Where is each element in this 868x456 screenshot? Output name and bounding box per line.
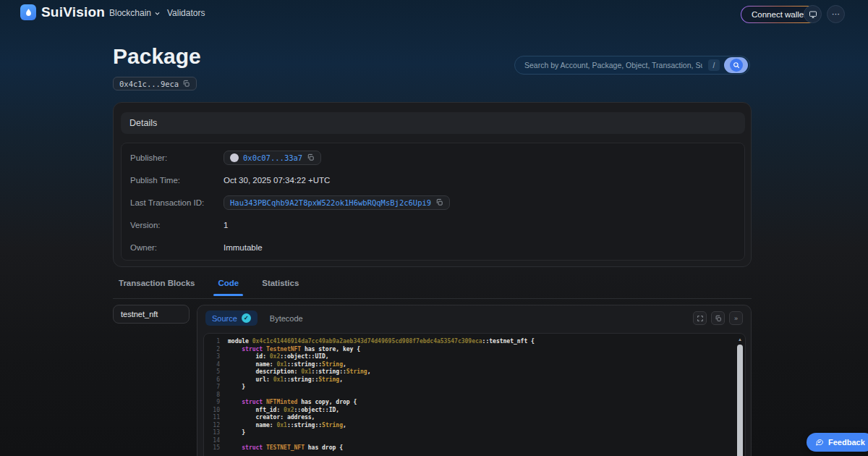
search-bar: /: [514, 56, 750, 75]
detail-row: Version:1: [130, 214, 736, 236]
detail-value: Oct 30, 2025 07:34:22 +UTC: [224, 176, 330, 185]
line-number: 14: [208, 437, 220, 445]
line-number: 10: [208, 407, 220, 415]
search-icon: [730, 59, 743, 72]
avatar: [230, 153, 239, 162]
code-line: 13 }: [208, 429, 745, 437]
chevron-down-icon: [154, 10, 161, 17]
detail-row: Owner:Immutable: [130, 236, 736, 258]
feedback-button[interactable]: Feedback: [807, 433, 868, 452]
search-button[interactable]: [724, 57, 748, 73]
details-rows: Publisher:0x0c07...33a7Publish Time:Oct …: [121, 143, 745, 261]
view-tab-bytecode[interactable]: Bytecode: [270, 314, 303, 323]
scrollbar-thumb[interactable]: [737, 345, 743, 456]
line-number: 8: [208, 392, 220, 400]
line-number: 3: [208, 353, 220, 361]
package-address-pill[interactable]: 0x4c1c...9eca: [113, 77, 197, 90]
address-link[interactable]: 0x0c07...33a7: [243, 153, 302, 162]
detail-label: Publish Time:: [130, 176, 224, 185]
code-panel: Source ✓ Bytecode » 1module 0x4c1c414469…: [197, 305, 752, 456]
detail-value: 1: [224, 221, 228, 229]
code-panel-actions: »: [693, 311, 743, 325]
line-number: 6: [208, 376, 220, 384]
expand-fullscreen-button[interactable]: [693, 311, 707, 325]
line-content: struct TestnetNFT has store, key {: [228, 346, 360, 354]
code-line: 5 description: 0x1::string::String,: [208, 368, 745, 376]
line-number: 5: [208, 368, 220, 376]
code-line: 3 id: 0x2::object::UID,: [208, 353, 745, 361]
address-link[interactable]: Hau343PBCqhb9A2T8pxW522ok1H6wbRQqMsBj2c6…: [230, 198, 431, 207]
line-content: module 0x4c1c41446914da7cc49ab9a2aeb343d…: [228, 338, 535, 346]
code-line: 15 struct TESTNET_NFT has drop {: [208, 444, 745, 452]
line-content: url: 0x1::string::String,: [228, 376, 343, 384]
code-line: 2 struct TestnetNFT has store, key {: [208, 346, 745, 354]
detail-label: Owner:: [130, 243, 224, 252]
line-content: struct TESTNET_NFT has drop {: [228, 444, 343, 452]
code-line: 4 name: 0x1::string::String,: [208, 361, 745, 369]
nav-validators[interactable]: Validators: [167, 8, 205, 18]
copy-icon[interactable]: [307, 153, 315, 161]
tab-transaction-blocks[interactable]: Transaction Blocks: [113, 279, 200, 295]
line-content: creator: address,: [228, 414, 315, 422]
copy-icon: [715, 315, 722, 322]
ellipsis-icon: ⋯: [832, 9, 840, 19]
line-number: 2: [208, 346, 220, 354]
detail-row: Publisher:0x0c07...33a7: [130, 146, 736, 169]
search-shortcut-badge: /: [708, 59, 720, 71]
code-line: 7 }: [208, 384, 745, 392]
package-address-short: 0x4c1c...9eca: [119, 80, 179, 88]
more-menu-button[interactable]: ⋯: [827, 5, 845, 23]
line-content: }: [228, 429, 245, 437]
tabs-divider: [113, 298, 752, 299]
code-view-tabs: Source ✓ Bytecode: [205, 311, 303, 326]
tab-statistics[interactable]: Statistics: [256, 279, 305, 295]
transaction-id-pill[interactable]: Hau343PBCqhb9A2T8pxW522ok1H6wbRQqMsBj2c6…: [224, 195, 450, 210]
double-chevron-right-icon: »: [734, 315, 738, 322]
detail-label: Publisher:: [130, 153, 224, 162]
line-number: 15: [208, 444, 220, 452]
details-heading: Details: [121, 112, 745, 134]
line-content: nft_id: 0x2::object::ID,: [228, 407, 339, 415]
code-line: 9 struct NFTMinted has copy, drop {: [208, 399, 745, 407]
line-content: id: 0x2::object::UID,: [228, 353, 329, 361]
module-list-item-testnet-nft[interactable]: testnet_nft: [113, 305, 190, 324]
line-content: description: 0x1::string::String,: [228, 368, 371, 376]
page-title: Package: [113, 44, 201, 69]
view-tab-source[interactable]: Source ✓: [205, 311, 258, 326]
source-code-viewer: 1module 0x4c1c41446914da7cc49ab9a2aeb343…: [203, 333, 746, 456]
detail-value: Immutable: [224, 243, 263, 252]
line-number: 9: [208, 399, 220, 407]
nav-blockchain[interactable]: Blockchain: [109, 8, 161, 18]
display-theme-button[interactable]: [804, 5, 822, 23]
source-verified-badge-icon: ✓: [242, 313, 251, 323]
code-line: 8: [208, 392, 745, 400]
code-scrollbar: ▲: [737, 336, 743, 456]
publisher-address-pill[interactable]: 0x0c07...33a7: [224, 151, 321, 165]
scroll-up-arrow-icon[interactable]: ▲: [737, 336, 743, 342]
code-lines: 1module 0x4c1c41446914da7cc49ab9a2aeb343…: [204, 334, 745, 452]
feedback-chat-icon: [815, 438, 824, 447]
line-number: 4: [208, 361, 220, 369]
code-line: 10 nft_id: 0x2::object::ID,: [208, 407, 745, 415]
detail-label: Last Transaction ID:: [130, 198, 224, 207]
code-line: 11 creator: address,: [208, 414, 745, 422]
tab-code[interactable]: Code: [212, 279, 244, 295]
detail-label: Version:: [130, 221, 224, 229]
detail-row: Publish Time:Oct 30, 2025 07:34:22 +UTC: [130, 169, 736, 191]
details-card: Details Publisher:0x0c07...33a7Publish T…: [113, 102, 752, 267]
expand-icon: [697, 315, 704, 322]
copy-icon[interactable]: [435, 198, 443, 206]
copy-code-button[interactable]: [711, 311, 725, 325]
collapse-panel-button[interactable]: »: [729, 311, 743, 325]
line-content: name: 0x1::string::String,: [228, 361, 346, 369]
brand-name: SuiVision: [41, 4, 105, 20]
copy-icon[interactable]: [182, 80, 190, 88]
line-number: 12: [208, 422, 220, 430]
line-number: 7: [208, 384, 220, 392]
section-tabs: Transaction Blocks Code Statistics: [113, 279, 316, 295]
monitor-icon: [809, 10, 817, 19]
search-input[interactable]: [515, 61, 708, 69]
suivision-logo[interactable]: SuiVision: [20, 4, 105, 20]
code-line: 1module 0x4c1c41446914da7cc49ab9a2aeb343…: [208, 338, 745, 346]
line-content: struct NFTMinted has copy, drop {: [228, 399, 357, 407]
